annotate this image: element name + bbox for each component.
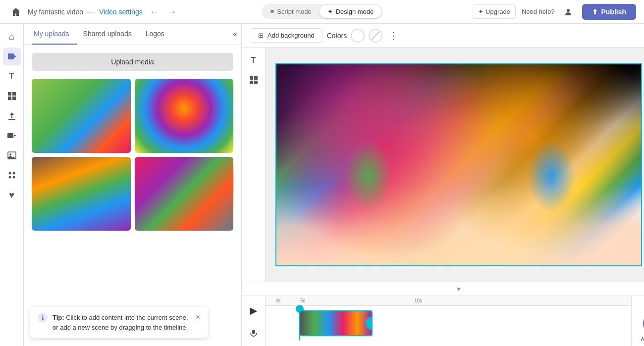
svg-rect-18	[250, 81, 253, 84]
upload-media-button[interactable]: Upload media	[32, 53, 233, 71]
svg-rect-3	[8, 92, 11, 96]
canvas-frame[interactable]	[275, 63, 642, 266]
canvas-tools: T	[242, 48, 266, 282]
svg-point-0	[567, 9, 570, 12]
media-grid	[32, 79, 233, 231]
timeline-left-controls: ▶	[242, 296, 266, 346]
help-button[interactable]: Need help?	[522, 8, 555, 15]
timeline-ruler: 4s 5s 10s	[266, 296, 631, 306]
mic-button[interactable]	[247, 326, 261, 340]
header: My fantastic video — Video settings ← → …	[0, 0, 644, 24]
tab-my-uploads[interactable]: My uploads	[32, 24, 77, 45]
design-mode-button[interactable]: ✦ Design mode	[320, 5, 382, 18]
svg-point-15	[12, 176, 15, 179]
colors-label: Colors	[327, 32, 347, 40]
undo-button[interactable]: ←	[147, 4, 162, 20]
canvas-toolbar: ⊞ Add background Colors ⋮	[242, 24, 644, 48]
svg-rect-6	[12, 97, 16, 100]
timeline-area: ▼ ▶	[242, 282, 644, 346]
panel-content: Upload media	[24, 45, 241, 346]
canvas-toolbar-left: ⊞ Add background Colors ⋮	[250, 28, 644, 43]
tip-prefix: Tip:	[53, 314, 64, 321]
svg-marker-2	[14, 55, 16, 58]
script-mode-button[interactable]: ≡ Script mode	[263, 5, 320, 18]
color-none[interactable]	[369, 29, 382, 43]
sidebar-icon-record[interactable]	[3, 127, 21, 145]
svg-point-11	[9, 153, 11, 155]
svg-rect-4	[12, 92, 16, 96]
svg-point-14	[8, 176, 11, 179]
svg-point-12	[8, 172, 11, 175]
sidebar-icon-favorites[interactable]: ♥	[3, 186, 21, 204]
timeline-track-area: +	[266, 306, 631, 341]
ruler-mark-4s: 4s	[275, 298, 281, 303]
publish-button[interactable]: ⬆ Publish	[582, 4, 636, 20]
tip-bar: ℹ Tip: Click to add content into the cur…	[30, 307, 208, 338]
svg-rect-19	[254, 81, 258, 84]
svg-rect-25	[252, 330, 255, 334]
tab-logos[interactable]: Logos	[144, 24, 172, 45]
sidebar-icon-home[interactable]: ⌂	[3, 28, 21, 46]
sidebar-icon-video[interactable]	[3, 48, 21, 65]
media-item-4[interactable]	[135, 157, 234, 231]
tab-shared-uploads[interactable]: Shared uploads	[81, 24, 140, 45]
svg-marker-9	[14, 135, 16, 137]
canvas-middle: T ♡	[242, 48, 644, 282]
text-tool-icon[interactable]: T	[245, 51, 263, 69]
template-tool-icon[interactable]	[245, 71, 263, 89]
upload-panel: My uploads Shared uploads Logos « Upload…	[24, 24, 242, 346]
sidebar-icon-media[interactable]	[3, 87, 21, 105]
add-scene-label: Add scene	[641, 336, 644, 342]
header-right: ✦ Upgrade Need help? ⬆ Publish	[388, 4, 636, 20]
timeline-content: ▶ 4s 5s 10s	[242, 296, 644, 346]
media-item-1[interactable]	[32, 79, 131, 153]
upgrade-icon: ✦	[478, 8, 483, 15]
main-content: ⌂ T ♥ My uploads Shared uploads Logos	[0, 24, 644, 346]
canvas-area: ⊞ Add background Colors ⋮ T	[242, 24, 644, 346]
left-icon-sidebar: ⌂ T ♥	[0, 24, 24, 346]
design-mode-icon: ✦	[327, 8, 333, 15]
svg-rect-7	[8, 119, 15, 120]
header-left: My fantastic video — Video settings ← →	[8, 4, 256, 20]
sidebar-icon-apps[interactable]	[3, 166, 21, 184]
script-mode-icon: ≡	[270, 8, 274, 15]
timeline-tracks: 4s 5s 10s +	[266, 296, 631, 346]
svg-rect-1	[8, 53, 14, 59]
upgrade-button[interactable]: ✦ Upgrade	[473, 4, 516, 19]
add-background-icon: ⊞	[258, 32, 264, 39]
canvas-wrapper	[266, 48, 644, 282]
tip-close-button[interactable]: ×	[196, 313, 200, 322]
mode-switcher: ≡ Script mode ✦ Design mode	[262, 4, 383, 19]
canvas-hands-overlay	[276, 64, 642, 266]
add-background-button[interactable]: ⊞ Add background	[250, 28, 323, 43]
color-circle-white[interactable]	[351, 29, 365, 43]
media-item-3[interactable]	[32, 157, 131, 231]
tip-text: Tip: Click to add content into the curre…	[53, 313, 191, 332]
timeline-header: ▼	[242, 282, 644, 296]
collapse-panel-button[interactable]: «	[233, 30, 237, 39]
svg-rect-17	[254, 76, 258, 80]
media-item-2[interactable]	[135, 79, 234, 153]
redo-button[interactable]: →	[164, 4, 180, 20]
sidebar-icon-gallery[interactable]	[3, 147, 21, 164]
tip-icon: ℹ	[38, 313, 48, 323]
home-icon[interactable]	[8, 4, 24, 20]
more-colors-button[interactable]: ⋮	[386, 29, 400, 43]
separator: —	[87, 7, 95, 16]
tip-message: Click to add content into the current sc…	[53, 314, 188, 331]
publish-icon: ⬆	[592, 8, 598, 16]
video-settings-link[interactable]: Video settings	[99, 8, 143, 16]
sidebar-icon-upload[interactable]	[3, 107, 21, 125]
ruler-mark-10s: 10s	[414, 298, 422, 303]
clip-thumbnail	[300, 311, 372, 335]
canvas-main-image	[276, 64, 642, 266]
project-title: My fantastic video	[28, 8, 83, 16]
timeline-collapse-arrow[interactable]: ▼	[456, 286, 462, 293]
sidebar-icon-text[interactable]: T	[3, 67, 21, 85]
panel-tabs: My uploads Shared uploads Logos «	[24, 24, 241, 45]
play-button[interactable]: ▶	[246, 302, 262, 318]
svg-rect-8	[7, 133, 13, 138]
user-button[interactable]	[560, 4, 576, 20]
svg-point-13	[12, 172, 15, 175]
timeline-clip[interactable]: +	[299, 310, 373, 336]
